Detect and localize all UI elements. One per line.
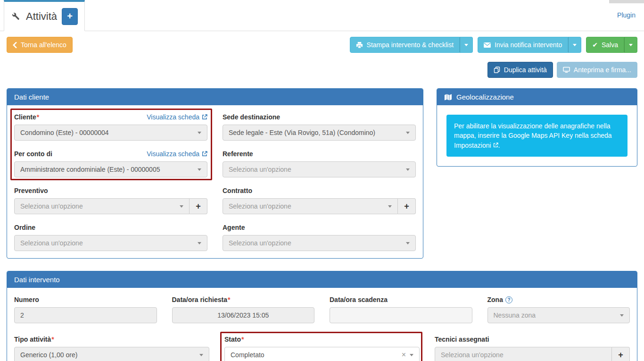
notify-dropdown-toggle[interactable] bbox=[568, 37, 581, 53]
chevron-left-icon bbox=[13, 42, 17, 48]
caret-down-icon bbox=[406, 168, 410, 171]
referente-select[interactable]: Seleziona un'opzione bbox=[223, 161, 416, 177]
add-tecnico-button[interactable]: + bbox=[612, 347, 630, 361]
tab-bar: Attività + Plugin bbox=[0, 0, 644, 31]
preventivo-select[interactable]: Seleziona un'opzione bbox=[14, 198, 190, 214]
field-preventivo: Preventivo Seleziona un'opzione + bbox=[14, 186, 207, 214]
caret-down-icon bbox=[620, 314, 624, 317]
view-card-link-per-conto[interactable]: Visualizza scheda bbox=[147, 150, 207, 158]
geo-alert-suffix: . bbox=[498, 142, 500, 149]
preventivo-label: Preventivo bbox=[14, 187, 48, 194]
agente-label: Agente bbox=[223, 224, 245, 231]
field-data-richiesta: Data/ora richiesta* 13/06/2023 15:05 bbox=[172, 295, 315, 323]
field-sede-destinazione: Sede destinazione Sede legale - Este (Vi… bbox=[223, 112, 416, 141]
external-link-icon bbox=[202, 114, 207, 120]
panel-geo-header: Geolocalizzazione bbox=[437, 89, 637, 105]
field-agente: Agente Seleziona un'opzione bbox=[223, 223, 416, 251]
caret-down-icon bbox=[406, 242, 410, 244]
zona-select[interactable]: Nessuna zona bbox=[487, 307, 630, 323]
duplicate-activity-label: Duplica attività bbox=[504, 66, 547, 74]
tecnici-label: Tecnici assegnati bbox=[435, 336, 489, 343]
save-dropdown-toggle[interactable] bbox=[624, 37, 637, 53]
data-scadenza-input[interactable] bbox=[330, 307, 472, 323]
add-preventivo-button[interactable]: + bbox=[190, 198, 207, 214]
save-button[interactable]: ✔ Salva bbox=[586, 37, 624, 53]
sede-select[interactable]: Sede legale - Este (Via Rovigo, 51a) (Co… bbox=[223, 125, 416, 141]
field-ordine: Ordine Seleziona un'opzione bbox=[14, 223, 207, 251]
numero-input: 2 bbox=[14, 307, 157, 323]
inactive-tab-stub bbox=[609, 0, 644, 3]
tipo-attivita-label: Tipo attività* bbox=[14, 336, 54, 343]
page-title: Attività bbox=[26, 10, 57, 23]
panel-geo-title: Geolocalizzazione bbox=[456, 93, 514, 101]
toolbar: Torna all'elenco Stampa intervento & che… bbox=[7, 37, 637, 53]
add-activity-button[interactable]: + bbox=[62, 8, 78, 25]
ordine-select[interactable]: Seleziona un'opzione bbox=[14, 235, 207, 251]
data-richiesta-input[interactable]: 13/06/2023 15:05 bbox=[172, 307, 315, 323]
caret-down-icon bbox=[198, 242, 201, 244]
impostazioni-link[interactable]: Impostazioni bbox=[454, 141, 498, 150]
print-button-group: Stampa intervento & checklist bbox=[350, 37, 473, 53]
caret-down-icon bbox=[629, 44, 633, 46]
tab-attivita[interactable]: Attività + bbox=[4, 0, 85, 31]
zona-label: Zona? bbox=[487, 296, 512, 303]
caret-down-icon bbox=[573, 44, 577, 46]
caret-down-icon bbox=[464, 44, 468, 46]
plugin-link[interactable]: Plugin bbox=[617, 11, 636, 19]
external-link-icon bbox=[202, 151, 207, 157]
cliente-select[interactable]: Condomino (Este) - 00000004 bbox=[14, 125, 207, 141]
panel-dati-cliente-title: Dati cliente bbox=[14, 93, 49, 101]
field-contratto: Contratto Seleziona un'opzione + bbox=[223, 186, 416, 214]
field-tecnici-assegnati: Tecnici assegnati Seleziona un'opzione + bbox=[435, 335, 630, 361]
map-icon bbox=[444, 94, 452, 101]
send-notification-button[interactable]: Invia notifica intervento bbox=[478, 37, 568, 53]
clear-icon[interactable]: × bbox=[402, 351, 406, 359]
tecnici-select[interactable]: Seleziona un'opzione bbox=[435, 347, 612, 361]
save-label: Salva bbox=[602, 41, 618, 49]
caret-down-icon bbox=[180, 205, 183, 208]
caret-down-icon bbox=[410, 354, 413, 356]
required-mark: * bbox=[241, 336, 244, 343]
question-circle-icon[interactable]: ? bbox=[505, 296, 512, 303]
stato-select[interactable]: Completato × bbox=[224, 347, 420, 361]
required-mark: * bbox=[228, 296, 230, 303]
panel-dati-intervento-header: Dati intervento bbox=[7, 271, 637, 288]
data-richiesta-label: Data/ora richiesta* bbox=[172, 296, 231, 303]
data-scadenza-label: Data/ora scadenza bbox=[330, 296, 388, 303]
print-dropdown-toggle[interactable] bbox=[460, 37, 473, 53]
ordine-label: Ordine bbox=[14, 224, 35, 231]
envelope-icon bbox=[484, 42, 491, 48]
agente-select[interactable]: Seleziona un'opzione bbox=[223, 235, 416, 251]
field-per-conto-di: Per conto di Visualizza scheda Amministr… bbox=[14, 149, 207, 177]
save-button-group: ✔ Salva bbox=[586, 37, 637, 53]
field-referente: Referente Seleziona un'opzione bbox=[223, 149, 416, 177]
required-mark: * bbox=[37, 113, 39, 121]
per-conto-label: Per conto di bbox=[14, 150, 52, 158]
preview-sign-button[interactable]: Anteprima e firma... bbox=[557, 62, 637, 78]
check-icon: ✔ bbox=[592, 41, 598, 49]
geo-alert-text: Per abilitare la visualizzazione delle a… bbox=[454, 122, 612, 139]
required-mark: * bbox=[51, 336, 54, 343]
caret-down-icon bbox=[198, 132, 201, 134]
caret-down-icon bbox=[388, 205, 392, 208]
secondary-toolbar: Duplica attività Anteprima e firma... bbox=[7, 62, 637, 78]
duplicate-activity-button[interactable]: Duplica attività bbox=[487, 62, 553, 78]
caret-down-icon bbox=[198, 168, 201, 171]
print-intervention-label: Stampa intervento & checklist bbox=[367, 41, 454, 49]
print-intervention-button[interactable]: Stampa intervento & checklist bbox=[350, 37, 460, 53]
field-tipo-attivita: Tipo attività* Generico (1,00 ore) bbox=[14, 335, 209, 361]
panel-dati-cliente-header: Dati cliente bbox=[7, 89, 423, 105]
panel-dati-cliente: Dati cliente Cliente* Visualizza scheda … bbox=[7, 88, 423, 259]
per-conto-select[interactable]: Amministratore condominiale (Este) - 000… bbox=[14, 161, 207, 177]
geo-info-alert: Per abilitare la visualizzazione delle a… bbox=[446, 115, 627, 157]
add-contratto-button[interactable]: + bbox=[398, 198, 416, 214]
contratto-select[interactable]: Seleziona un'opzione bbox=[223, 198, 398, 214]
panel-dati-intervento: Dati intervento Numero 2 Data/ora richie… bbox=[7, 271, 637, 361]
numero-label: Numero bbox=[14, 296, 39, 303]
tipo-attivita-select[interactable]: Generico (1,00 ore) bbox=[14, 347, 209, 361]
back-to-list-button[interactable]: Torna all'elenco bbox=[7, 37, 73, 53]
view-card-link-cliente[interactable]: Visualizza scheda bbox=[147, 113, 207, 121]
referente-label: Referente bbox=[223, 150, 253, 158]
panel-geolocalizzazione: Geolocalizzazione Per abilitare la visua… bbox=[437, 88, 637, 167]
preview-sign-label: Anteprima e firma... bbox=[574, 66, 631, 74]
